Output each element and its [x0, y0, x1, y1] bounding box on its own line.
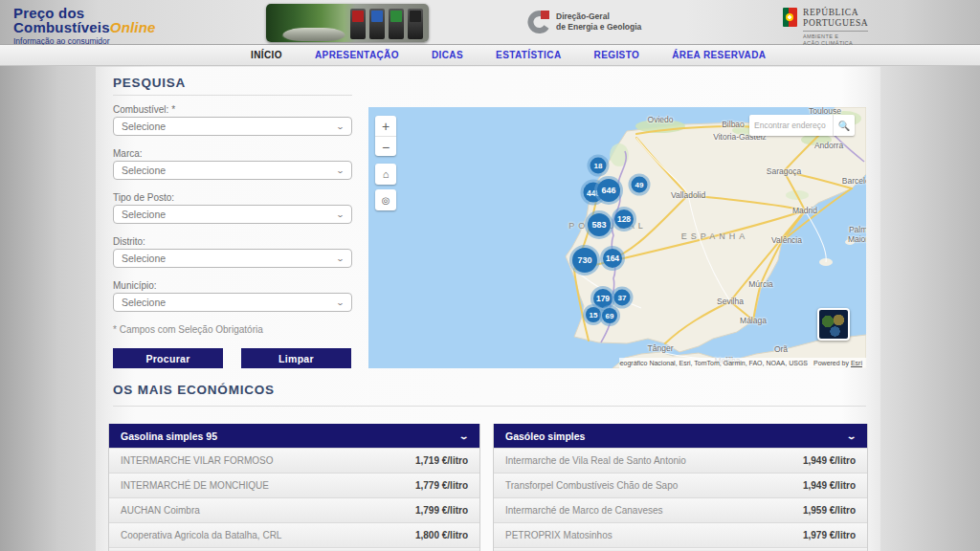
dgeg-label: Direção-Geral de Energia e Geologia — [556, 11, 641, 32]
republica-portuguesa-logo: REPÚBLICA PORTUGUESA AMBIENTE E AÇÃO CLI… — [783, 8, 868, 47]
map-label-valladolid: Valladolid — [671, 190, 705, 200]
station-cluster-marker[interactable]: 730 — [572, 248, 597, 273]
marca-select[interactable]: Selecione⌄ — [113, 161, 352, 180]
chevron-down-icon: ⌄ — [336, 210, 345, 219]
logo-tagline: Informação ao consumidor — [13, 37, 156, 46]
tipo-de-posto-label: Tipo de Posto: — [113, 192, 174, 203]
tipo-de-posto-select[interactable]: Selecione⌄ — [113, 205, 352, 224]
marca-label: Marca: — [113, 148, 143, 159]
station-cluster-marker[interactable]: 49 — [632, 177, 648, 193]
logo-line2: CombustíveisOnline — [13, 20, 156, 34]
chevron-down-icon: ⌄ — [336, 122, 345, 131]
zoom-out-button[interactable]: − — [375, 136, 396, 157]
combustivel-label: Combustível: * — [113, 104, 175, 115]
map-label-andorra: Andorra — [814, 141, 843, 150]
station-cluster-marker[interactable]: 646 — [597, 179, 620, 202]
nav-item-estat-stica[interactable]: ESTATÍSTICA — [496, 50, 561, 60]
logo-line1: Preço dos — [13, 6, 156, 20]
search-button[interactable]: Procurar — [113, 348, 223, 368]
fuel-road-banner-image — [266, 4, 429, 42]
map-zoom-control: + − — [375, 116, 396, 156]
table-row[interactable]: Intermarche de Vila Real de Santo Antoni… — [494, 448, 867, 473]
dgeg-logo: Direção-Geral de Energia e Geologia — [524, 9, 641, 35]
nav-item-registo[interactable]: REGISTO — [594, 50, 640, 60]
nav-item-apresenta-o[interactable]: APRESENTAÇÃO — [315, 50, 399, 60]
esri-link[interactable]: Esri — [851, 360, 862, 366]
distrito-select[interactable]: Selecione⌄ — [113, 249, 352, 268]
distrito-label: Distrito: — [113, 236, 145, 247]
station-cluster-marker[interactable]: 37 — [614, 290, 631, 306]
dgeg-e-icon — [524, 9, 551, 35]
map-label-m-laga: Málaga — [740, 316, 767, 325]
table-row[interactable]: INTERMARCHÉ DE MONCHIQUE1,779 €/litro — [109, 473, 479, 497]
chevron-down-icon: ⌄ — [459, 431, 470, 441]
chevron-down-icon: ⌄ — [847, 431, 858, 441]
station-cluster-marker[interactable]: 18 — [590, 158, 607, 174]
stations-map[interactable]: ESPANHAPORTUGAL ToulouseOviedoBilbaoVito… — [368, 107, 866, 368]
powered-by: Powered by Esri — [813, 360, 862, 366]
map-label-sarago-a: Saragoça — [767, 166, 801, 176]
required-fields-note: * Campos com Seleção Obrigatória — [113, 324, 263, 335]
table-row[interactable]: INTERMARCHE VILAR FORMOSO1,719 €/litro — [109, 448, 479, 473]
municipio-label: Município: — [113, 280, 157, 291]
map-region-label: ESPANHA — [681, 231, 748, 241]
map-label-maiorca: Maiorca — [848, 234, 866, 244]
map-home-button[interactable]: ⌂ — [375, 164, 396, 185]
map-locate-button[interactable]: ◎ — [375, 189, 396, 210]
map-attribution: Instituto Geográfico Nacional, Esri, Tom… — [619, 358, 866, 368]
table-row-partial — [494, 547, 867, 551]
table-header-dropdown[interactable]: Gasóleo simples⌄ — [494, 424, 867, 448]
basemap-toggle-thumbnail[interactable] — [817, 308, 850, 341]
map-label-oviedo: Oviedo — [648, 115, 674, 124]
map-label-madrid: Madrid — [792, 206, 817, 215]
site-logo[interactable]: Preço dos CombustíveisOnline Informação … — [13, 6, 156, 45]
combustivel-select[interactable]: Selecione⌄ — [113, 117, 352, 136]
logo-online: Online — [110, 19, 156, 35]
search-title-divider — [113, 95, 352, 96]
chevron-down-icon: ⌄ — [336, 298, 345, 307]
map-label-sevilha: Sevilha — [717, 297, 744, 306]
station-cluster-marker[interactable]: 15 — [586, 307, 601, 322]
map-label-palma: Palma — [849, 225, 866, 234]
chevron-down-icon: ⌄ — [336, 166, 345, 175]
table-row[interactable]: AUCHAN Coimbra1,799 €/litro — [109, 497, 479, 522]
nav-item-dicas[interactable]: DICAS — [432, 50, 463, 60]
nav-item-in-cio[interactable]: INÍCIO — [251, 50, 282, 60]
table-row[interactable]: Cooperativa Agricola da Batalha, CRL1,80… — [109, 522, 479, 547]
table-row-partial — [109, 547, 479, 551]
page: Preço dos CombustíveisOnline Informação … — [0, 0, 980, 551]
map-label-m-rcia: Múrcia — [748, 279, 773, 289]
station-cluster-marker[interactable]: 583 — [588, 213, 611, 236]
map-label-or-: Orã — [774, 344, 788, 354]
map-label-t-nger: Tânger — [648, 343, 674, 353]
search-icon[interactable]: 🔍 — [833, 115, 855, 136]
search-section-title: PESQUISA — [113, 76, 186, 90]
map-search-input[interactable] — [749, 121, 833, 130]
municipio-select[interactable]: Selecione⌄ — [113, 293, 352, 312]
economics-divider — [113, 406, 866, 407]
main-nav: INÍCIOAPRESENTAÇÃODICASESTATÍSTICAREGIST… — [0, 45, 980, 66]
station-cluster-marker[interactable]: 164 — [603, 249, 622, 268]
portugal-flag-icon — [783, 8, 797, 27]
map-label-barcelona: Barcelona — [842, 176, 866, 186]
station-cluster-marker[interactable]: 179 — [593, 289, 612, 308]
zoom-in-button[interactable]: + — [375, 116, 396, 136]
table-row[interactable]: PETROPRIX Matosinhos1,979 €/litro — [494, 522, 867, 547]
map-search-box: 🔍 — [749, 115, 855, 136]
map-label-val-ncia: Valência — [771, 235, 802, 245]
economics-section-title: OS MAIS ECONÓMICOS — [113, 383, 275, 397]
clear-button[interactable]: Limpar — [241, 348, 351, 368]
table-header-dropdown[interactable]: Gasolina simples 95⌄ — [109, 424, 479, 448]
map-label-bilbao: Bilbao — [722, 120, 745, 129]
nav-item--rea-reservada[interactable]: ÁREA RESERVADA — [672, 50, 766, 60]
gasolina-table: Gasolina simples 95⌄INTERMARCHE VILAR FO… — [108, 424, 480, 551]
gasoleo-table: Gasóleo simples⌄Intermarche de Vila Real… — [493, 424, 868, 551]
attribution-text: Instituto Geográfico Nacional, Esri, Tom… — [619, 360, 808, 366]
station-cluster-marker[interactable]: 128 — [614, 209, 634, 229]
table-row[interactable]: Transforpel Combustíveis Chão de Sapo1,9… — [494, 473, 867, 497]
header: Preço dos CombustíveisOnline Informação … — [0, 0, 980, 45]
table-row[interactable]: Intermarché de Marco de Canaveses1,959 €… — [494, 497, 867, 522]
chevron-down-icon: ⌄ — [336, 254, 345, 263]
station-cluster-marker[interactable]: 69 — [602, 308, 617, 323]
republica-label: REPÚBLICA PORTUGUESA — [803, 8, 868, 29]
